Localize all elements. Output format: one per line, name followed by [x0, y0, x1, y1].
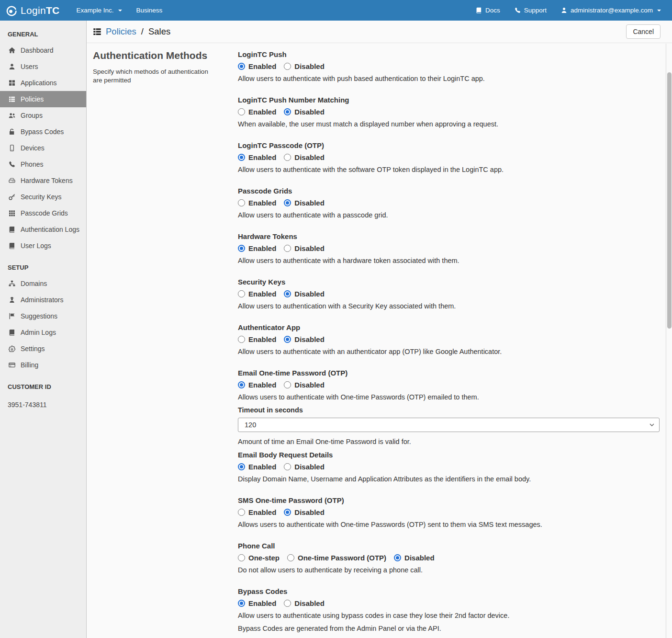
radio-option-one-step[interactable]: One-step: [238, 554, 280, 562]
radio-option-disabled[interactable]: Disabled: [284, 463, 325, 471]
radio-unselected-icon: [238, 509, 245, 516]
radio-option-enabled[interactable]: Enabled: [238, 335, 276, 343]
radio-selected-icon: [238, 154, 245, 161]
sidebar-item-hardware-tokens[interactable]: Hardware Tokens: [0, 172, 86, 189]
radio-option-enabled[interactable]: Enabled: [238, 62, 276, 70]
nav-example-inc[interactable]: Example Inc.: [69, 0, 129, 21]
radio-option-enabled[interactable]: Enabled: [238, 599, 276, 607]
cancel-button[interactable]: Cancel: [626, 24, 661, 39]
radio-option-disabled[interactable]: Disabled: [284, 508, 325, 516]
sidebar-item-admin-logs[interactable]: Admin Logs: [0, 324, 86, 341]
setting-title: LoginTC Push: [238, 50, 660, 59]
sidebar-item-authentication-logs[interactable]: Authentication Logs: [0, 221, 86, 238]
radio-option-enabled[interactable]: Enabled: [238, 508, 276, 516]
radio-option-label: One-step: [248, 554, 280, 562]
radio-option-label: Enabled: [248, 381, 276, 389]
sidebar-item-dashboard[interactable]: Dashboard: [0, 42, 86, 58]
setting-logintc-passcode-otp: LoginTC Passcode (OTP)EnabledDisabledAll…: [238, 141, 660, 174]
radio-option-label: Disabled: [404, 554, 435, 562]
sidebar-item-phones[interactable]: Phones: [0, 156, 86, 172]
radio-option-enabled[interactable]: Enabled: [238, 199, 276, 207]
sidebar-item-devices[interactable]: Devices: [0, 140, 86, 156]
radio-option-label: Enabled: [248, 508, 276, 516]
sidebar-item-suggestions[interactable]: Suggestions: [0, 308, 86, 324]
setting-sms-one-time-password-otp: SMS One-time Password (OTP)EnabledDisabl…: [238, 496, 660, 529]
setting-logintc-push: LoginTC PushEnabledDisabledAllow users t…: [238, 50, 660, 83]
breadcrumb-current: Sales: [148, 26, 170, 37]
setting-hardware-tokens: Hardware TokensEnabledDisabledAllow user…: [238, 232, 660, 265]
sidebar-item-domains[interactable]: Domains: [0, 275, 86, 292]
setting-passcode-grids: Passcode GridsEnabledDisabledAllow users…: [238, 186, 660, 220]
radio-selected-icon: [284, 108, 291, 115]
chevron-down-icon: [650, 423, 654, 426]
sidebar-item-bypass-codes[interactable]: Bypass Codes: [0, 124, 86, 140]
sidebar-item-administrators[interactable]: Administrators: [0, 292, 86, 308]
radio-option-disabled[interactable]: Disabled: [284, 108, 325, 116]
radio-option-enabled[interactable]: Enabled: [238, 108, 276, 116]
radio-unselected-icon: [287, 554, 294, 561]
radio-option-disabled[interactable]: Disabled: [284, 335, 325, 343]
credit-card-icon: [8, 362, 15, 368]
nav-administrator-example-com[interactable]: administrator@example.com: [554, 0, 668, 21]
radio-unselected-icon: [284, 154, 291, 161]
radio-option-enabled[interactable]: Enabled: [238, 290, 276, 298]
radio-option-enabled[interactable]: Enabled: [238, 153, 276, 161]
sidebar-item-billing[interactable]: Billing: [0, 357, 86, 373]
sidebar-item-groups[interactable]: Groups: [0, 107, 86, 124]
sidebar-item-applications[interactable]: Applications: [0, 75, 86, 91]
home-icon: [8, 47, 15, 54]
radio-option-one-time-password-otp[interactable]: One-time Password (OTP): [287, 554, 386, 562]
breadcrumb-policies-link[interactable]: Policies: [106, 26, 136, 37]
key-icon: [8, 194, 15, 200]
radio-group: EnabledDisabled: [238, 334, 660, 344]
sidebar-item-label: Applications: [21, 79, 57, 87]
setting-authenticator-app: Authenticator AppEnabledDisabledAllow us…: [238, 323, 660, 356]
logintc-logo[interactable]: LoginTC: [6, 5, 69, 16]
radio-option-disabled[interactable]: Disabled: [284, 244, 325, 252]
radio-unselected-icon: [238, 554, 245, 561]
timeout-in-seconds-select[interactable]: 120: [238, 418, 660, 432]
panel-left-column: Authentication Methods Specify which met…: [93, 50, 238, 638]
vertical-scrollbar[interactable]: [666, 44, 672, 638]
radio-group: EnabledDisabled: [238, 198, 660, 207]
radio-option-disabled[interactable]: Disabled: [284, 153, 325, 161]
radio-selected-icon: [284, 290, 291, 297]
radio-option-disabled[interactable]: Disabled: [284, 199, 325, 207]
radio-option-disabled[interactable]: Disabled: [284, 381, 325, 389]
radio-option-label: Enabled: [248, 335, 276, 343]
setting-description: Allow users to authenticate with an auth…: [238, 347, 660, 356]
radio-selected-icon: [284, 199, 291, 206]
sidebar-item-users[interactable]: Users: [0, 58, 86, 75]
radio-option-enabled[interactable]: Enabled: [238, 244, 276, 252]
radio-option-disabled[interactable]: Disabled: [394, 554, 435, 562]
radio-option-enabled[interactable]: Enabled: [238, 381, 276, 389]
brand-tc: TC: [46, 5, 60, 16]
sidebar-item-user-logs[interactable]: User Logs: [0, 238, 86, 254]
logintc-logo-icon: [6, 5, 17, 16]
nav-support[interactable]: Support: [507, 0, 554, 21]
radio-option-enabled[interactable]: Enabled: [238, 463, 276, 471]
radio-option-label: Disabled: [294, 508, 325, 516]
sidebar-header-customer-id: CUSTOMER ID: [0, 373, 86, 395]
radio-option-disabled[interactable]: Disabled: [284, 599, 325, 607]
scrollbar-thumb[interactable]: [667, 72, 672, 329]
radio-option-disabled[interactable]: Disabled: [284, 290, 325, 298]
radio-option-disabled[interactable]: Disabled: [284, 62, 325, 70]
setting-title: Bypass Codes: [238, 587, 660, 596]
sidebar-item-label: Groups: [21, 112, 43, 119]
policies-list-icon: [93, 27, 101, 36]
setting-description: Allow users to authenticate with push ba…: [238, 74, 660, 83]
sidebar-item-passcode-grids[interactable]: Passcode Grids: [0, 205, 86, 221]
radio-option-label: Enabled: [248, 244, 276, 252]
sidebar-item-security-keys[interactable]: Security Keys: [0, 189, 86, 205]
sidebar-item-label: Dashboard: [21, 46, 54, 54]
nav-link-label: Example Inc.: [76, 7, 113, 14]
radio-selected-icon: [284, 509, 291, 516]
radio-option-label: Enabled: [248, 108, 276, 116]
gear-icon: [8, 345, 15, 352]
sidebar-item-settings[interactable]: Settings: [0, 341, 86, 357]
nav-docs[interactable]: Docs: [469, 0, 507, 21]
sidebar-item-policies[interactable]: Policies: [0, 91, 86, 107]
nav-link-label: Business: [136, 7, 163, 14]
nav-business[interactable]: Business: [129, 0, 170, 21]
